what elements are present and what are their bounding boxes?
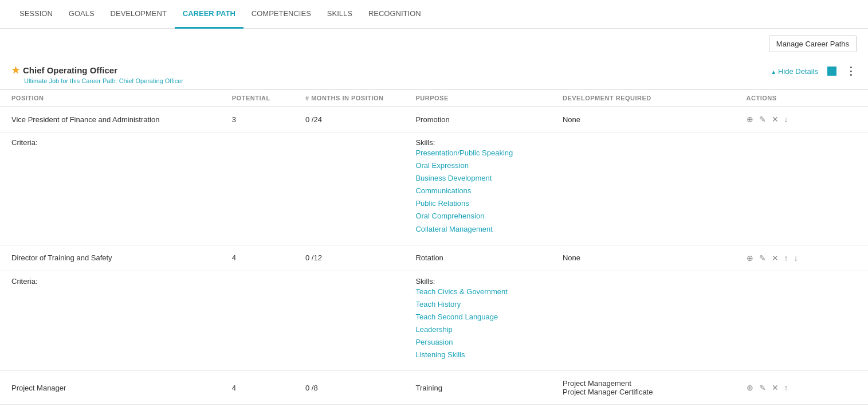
col-potential: POTENTIAL bbox=[232, 95, 305, 101]
edit-icon[interactable]: ✎ bbox=[759, 115, 766, 124]
actions-cell: ⊕ ✎ ✕ ↑ bbox=[747, 383, 857, 392]
delete-icon[interactable]: ✕ bbox=[772, 115, 779, 124]
dev-line-1: Project Management bbox=[563, 379, 747, 388]
skills-block: Skills: Teach Civics & Government Teach … bbox=[415, 277, 563, 362]
purpose-value: Rotation bbox=[415, 253, 563, 262]
months-value: 0 /8 bbox=[305, 384, 415, 392]
position-name: Project Manager bbox=[11, 384, 232, 392]
move-down-icon[interactable]: ↓ bbox=[784, 115, 788, 124]
development-value: None bbox=[563, 253, 747, 262]
col-purpose: PURPOSE bbox=[415, 95, 563, 101]
criteria-row: Criteria: Skills: Presentation/Public Sp… bbox=[0, 132, 868, 245]
development-value: Project Management Project Manager Certi… bbox=[563, 379, 747, 396]
col-development: DEVELOPMENT REQUIRED bbox=[563, 95, 747, 101]
move-up-icon[interactable]: ↑ bbox=[784, 383, 788, 392]
potential-value: 3 bbox=[232, 115, 305, 124]
navigation: SESSION GOALS DEVELOPMENT CAREER PATH CO… bbox=[0, 0, 868, 29]
purpose-value: Training bbox=[415, 384, 563, 392]
col-months: # MONTHS IN POSITION bbox=[305, 95, 415, 101]
skill-link[interactable]: Collateral Management bbox=[415, 223, 563, 236]
view-icon[interactable]: ⊕ bbox=[747, 253, 753, 263]
view-icon[interactable]: ⊕ bbox=[747, 115, 753, 124]
skills-header: Skills: bbox=[415, 277, 435, 286]
toolbar: Manage Career Paths bbox=[0, 29, 868, 59]
career-name: Chief Operating Officer bbox=[23, 65, 117, 75]
career-title: ★ Chief Operating Officer bbox=[11, 65, 183, 76]
skill-link[interactable]: Teach Civics & Government bbox=[415, 286, 563, 298]
skill-link[interactable]: Oral Expression bbox=[415, 159, 563, 172]
hide-details-link[interactable]: Hide Details bbox=[771, 67, 818, 76]
skill-link[interactable]: Leadership bbox=[415, 323, 563, 336]
nav-competencies[interactable]: COMPETENCIES bbox=[243, 0, 319, 29]
skills-block: Skills: Presentation/Public Speaking Ora… bbox=[415, 138, 563, 236]
career-title-block: ★ Chief Operating Officer Ultimate Job f… bbox=[11, 65, 183, 84]
nav-session[interactable]: SESSION bbox=[11, 0, 61, 29]
nav-recognition[interactable]: RECOGNITION bbox=[360, 0, 429, 29]
col-actions: ACTIONS bbox=[747, 95, 857, 101]
criteria-label: Criteria: bbox=[11, 277, 232, 362]
more-options-icon[interactable]: ⋮ bbox=[846, 65, 857, 77]
months-value: 0 /24 bbox=[305, 115, 415, 124]
star-icon: ★ bbox=[11, 65, 19, 76]
purpose-value: Promotion bbox=[415, 115, 563, 124]
skill-link[interactable]: Business Development bbox=[415, 172, 563, 185]
potential-value: 4 bbox=[232, 253, 305, 262]
skill-link[interactable]: Public Relations bbox=[415, 197, 563, 210]
skill-link[interactable]: Listening Skills bbox=[415, 349, 563, 361]
table-row: Director of Training and Safety 4 0 /12 … bbox=[0, 245, 868, 271]
move-down-icon[interactable]: ↓ bbox=[794, 253, 798, 263]
skill-link[interactable]: Persuasion bbox=[415, 336, 563, 349]
edit-icon[interactable]: ✎ bbox=[759, 253, 766, 263]
career-header-right: Hide Details ⋮ bbox=[771, 65, 857, 77]
nav-skills[interactable]: SKILLS bbox=[319, 0, 360, 29]
criteria-label: Criteria: bbox=[11, 138, 232, 236]
manage-career-paths-button[interactable]: Manage Career Paths bbox=[769, 36, 857, 52]
actions-cell: ⊕ ✎ ✕ ↓ bbox=[747, 115, 857, 124]
skill-link[interactable]: Presentation/Public Speaking bbox=[415, 147, 563, 159]
col-position: POSITION bbox=[11, 95, 232, 101]
skills-header: Skills: bbox=[415, 138, 435, 147]
nav-goals[interactable]: GOALS bbox=[61, 0, 103, 29]
delete-icon[interactable]: ✕ bbox=[772, 383, 779, 392]
move-up-icon[interactable]: ↑ bbox=[784, 253, 788, 263]
skill-link[interactable]: Teach History bbox=[415, 298, 563, 311]
dev-line-2: Project Manager Certificate bbox=[563, 388, 747, 396]
color-square-icon[interactable] bbox=[827, 67, 836, 76]
criteria-row: Criteria: Skills: Teach Civics & Governm… bbox=[0, 271, 868, 372]
delete-icon[interactable]: ✕ bbox=[772, 253, 779, 263]
nav-development[interactable]: DEVELOPMENT bbox=[103, 0, 175, 29]
career-subtitle: Ultimate Job for this Career Path: Chief… bbox=[24, 77, 183, 84]
table-row: Vice President of Finance and Administra… bbox=[0, 107, 868, 132]
view-icon[interactable]: ⊕ bbox=[747, 383, 753, 392]
potential-value: 4 bbox=[232, 384, 305, 392]
table-row: Project Manager 4 0 /8 Training Project … bbox=[0, 371, 868, 405]
actions-cell: ⊕ ✎ ✕ ↑ ↓ bbox=[747, 253, 857, 263]
position-name: Vice President of Finance and Administra… bbox=[11, 115, 232, 124]
skill-link[interactable]: Oral Comprehension bbox=[415, 210, 563, 222]
months-value: 0 /12 bbox=[305, 253, 415, 262]
table-column-headers: POSITION POTENTIAL # MONTHS IN POSITION … bbox=[0, 89, 868, 107]
career-header: ★ Chief Operating Officer Ultimate Job f… bbox=[0, 59, 868, 89]
skill-link[interactable]: Communications bbox=[415, 185, 563, 197]
development-value: None bbox=[563, 115, 747, 124]
edit-icon[interactable]: ✎ bbox=[759, 383, 766, 392]
position-name: Director of Training and Safety bbox=[11, 253, 232, 262]
nav-career-path[interactable]: CAREER PATH bbox=[175, 0, 243, 29]
skill-link[interactable]: Teach Second Language bbox=[415, 311, 563, 323]
